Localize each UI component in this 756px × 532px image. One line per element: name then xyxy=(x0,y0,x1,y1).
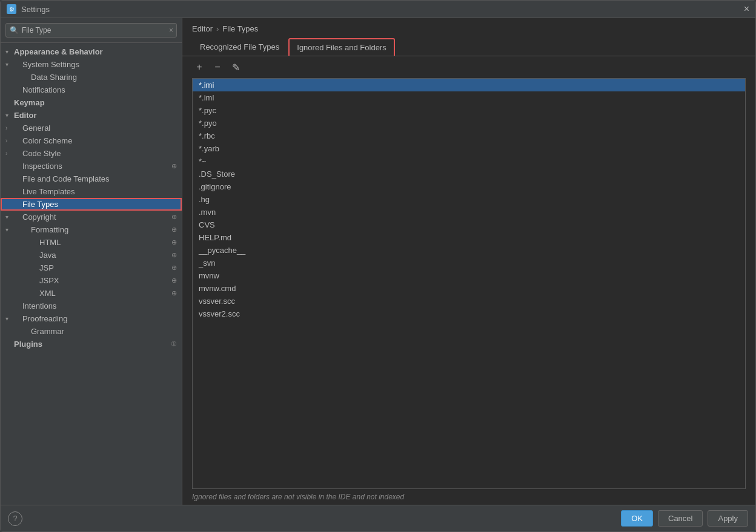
tree-arrow-copyright: ▾ xyxy=(5,214,14,220)
cancel-button[interactable]: Cancel xyxy=(658,510,703,527)
sidebar-item-file-types[interactable]: File Types xyxy=(1,198,182,211)
tree-arrow-proofreading: ▾ xyxy=(5,315,14,322)
sidebar-item-java[interactable]: Java⊕ xyxy=(1,249,182,261)
toolbar: + − ✎ xyxy=(182,56,755,78)
title-bar: ⚙ Settings × xyxy=(1,1,755,18)
status-text: Ignored files and folders are not visibl… xyxy=(182,489,755,505)
sidebar-item-appearance[interactable]: ▾Appearance & Behavior xyxy=(1,45,182,58)
list-item[interactable]: HELP.md xyxy=(193,231,745,244)
tab-ignored[interactable]: Ignored Files and Folders xyxy=(288,38,394,56)
help-button[interactable]: ? xyxy=(8,511,22,526)
list-item[interactable]: mvnw.cmd xyxy=(193,282,745,295)
tree-badge-html: ⊕ xyxy=(171,238,177,246)
list-item[interactable]: vssver.scc xyxy=(193,295,745,307)
sidebar-label-html: HTML xyxy=(39,238,169,247)
search-icon: 🔍 xyxy=(10,26,19,34)
list-item[interactable]: vssver2.scc xyxy=(193,307,745,320)
list-item[interactable]: .hg xyxy=(193,193,745,206)
sidebar-item-proofreading[interactable]: ▾Proofreading xyxy=(1,312,182,325)
sidebar: 🔍 × ▾Appearance & Behavior▾System Settin… xyxy=(1,18,182,505)
dialog-title: Settings xyxy=(21,5,50,14)
sidebar-item-code-style[interactable]: ›Code Style xyxy=(1,147,182,160)
list-item[interactable]: *.yarb xyxy=(193,142,745,155)
tree-badge-xml: ⊕ xyxy=(171,289,177,297)
sidebar-label-general: General xyxy=(22,123,177,133)
search-wrapper: 🔍 × xyxy=(5,23,177,38)
list-item[interactable]: *~ xyxy=(193,155,745,168)
sidebar-item-inspections[interactable]: Inspections⊕ xyxy=(1,160,182,172)
tree-arrow-color-scheme: › xyxy=(5,137,14,144)
tree-badge-jsp: ⊕ xyxy=(171,264,177,272)
sidebar-item-general[interactable]: ›General xyxy=(1,122,182,134)
list-item[interactable]: *.pyc xyxy=(193,104,745,117)
sidebar-item-jspx[interactable]: JSPX⊕ xyxy=(1,274,182,287)
tree-arrow-appearance: ▾ xyxy=(5,48,14,55)
list-item[interactable]: .gitignore xyxy=(193,180,745,193)
file-list: *.imi*.iml*.pyc*.pyo*.rbc*.yarb*~.DS_Sto… xyxy=(192,78,746,489)
sidebar-tree: ▾Appearance & Behavior▾System SettingsDa… xyxy=(1,43,182,505)
sidebar-label-file-types: File Types xyxy=(22,200,177,209)
sidebar-label-code-style: Code Style xyxy=(22,149,177,158)
tree-badge-plugins: ① xyxy=(171,340,177,348)
sidebar-item-editor[interactable]: ▾Editor xyxy=(1,109,182,122)
sidebar-item-file-and-code-templates[interactable]: File and Code Templates xyxy=(1,172,182,185)
sidebar-label-grammar: Grammar xyxy=(31,327,177,336)
sidebar-item-data-sharing[interactable]: Data Sharing xyxy=(1,71,182,84)
tab-recognized[interactable]: Recognized File Types xyxy=(192,38,287,56)
settings-dialog: ⚙ Settings × 🔍 × ▾Appearance & Behavior▾… xyxy=(0,0,756,532)
sidebar-item-keymap[interactable]: Keymap xyxy=(1,96,182,109)
sidebar-label-color-scheme: Color Scheme xyxy=(22,136,177,145)
tree-badge-java: ⊕ xyxy=(171,251,177,259)
list-item[interactable]: CVS xyxy=(193,218,745,231)
sidebar-item-intentions[interactable]: Intentions xyxy=(1,300,182,312)
list-item[interactable]: .DS_Store xyxy=(193,168,745,180)
add-button[interactable]: + xyxy=(192,60,207,74)
sidebar-item-color-scheme[interactable]: ›Color Scheme xyxy=(1,134,182,147)
edit-button[interactable]: ✎ xyxy=(228,60,243,74)
list-item[interactable]: *.rbc xyxy=(193,130,745,142)
remove-button[interactable]: − xyxy=(210,60,225,74)
list-item[interactable]: *.imi xyxy=(193,79,745,91)
search-input[interactable] xyxy=(5,23,177,38)
sidebar-label-keymap: Keymap xyxy=(14,98,177,107)
breadcrumb-parent: Editor xyxy=(192,24,213,33)
app-icon: ⚙ xyxy=(7,4,16,14)
sidebar-item-plugins[interactable]: Plugins① xyxy=(1,338,182,350)
sidebar-item-system-settings[interactable]: ▾System Settings xyxy=(1,58,182,71)
sidebar-label-editor: Editor xyxy=(14,111,177,120)
sidebar-label-intentions: Intentions xyxy=(22,301,177,310)
tree-arrow-general: › xyxy=(5,125,14,131)
close-button[interactable]: × xyxy=(744,4,749,14)
list-item[interactable]: *.pyo xyxy=(193,117,745,130)
tree-badge-copyright: ⊕ xyxy=(171,213,177,221)
breadcrumb-current: File Types xyxy=(222,24,258,33)
footer-buttons: OK Cancel Apply xyxy=(621,510,748,527)
sidebar-label-jspx: JSPX xyxy=(39,276,169,285)
sidebar-item-notifications[interactable]: Notifications xyxy=(1,84,182,96)
sidebar-item-jsp[interactable]: JSP⊕ xyxy=(1,261,182,274)
sidebar-item-formatting[interactable]: ▾Formatting⊕ xyxy=(1,223,182,236)
sidebar-label-plugins: Plugins xyxy=(14,340,168,349)
list-item[interactable]: *.iml xyxy=(193,91,745,104)
sidebar-label-data-sharing: Data Sharing xyxy=(31,73,177,82)
sidebar-label-inspections: Inspections xyxy=(22,162,169,171)
tree-badge-jspx: ⊕ xyxy=(171,277,177,284)
sidebar-label-java: Java xyxy=(39,251,169,260)
sidebar-item-grammar[interactable]: Grammar xyxy=(1,325,182,338)
list-item[interactable]: .mvn xyxy=(193,206,745,218)
tree-arrow-editor: ▾ xyxy=(5,112,14,119)
panel-content: + − ✎ *.imi*.iml*.pyc*.pyo*.rbc*.yarb*~.… xyxy=(182,56,755,505)
list-item[interactable]: __pycache__ xyxy=(193,244,745,257)
ok-button[interactable]: OK xyxy=(621,510,653,527)
list-item[interactable]: mvnw xyxy=(193,269,745,282)
sidebar-item-live-templates[interactable]: Live Templates xyxy=(1,185,182,198)
tabs-bar: Recognized File Types Ignored Files and … xyxy=(182,38,755,56)
sidebar-label-notifications: Notifications xyxy=(22,85,177,94)
sidebar-item-xml[interactable]: XML⊕ xyxy=(1,287,182,300)
list-item[interactable]: _svn xyxy=(193,257,745,269)
sidebar-label-xml: XML xyxy=(39,289,169,298)
search-clear-button[interactable]: × xyxy=(169,26,173,34)
sidebar-item-copyright[interactable]: ▾Copyright⊕ xyxy=(1,211,182,223)
sidebar-item-html[interactable]: HTML⊕ xyxy=(1,236,182,249)
apply-button[interactable]: Apply xyxy=(708,510,748,527)
